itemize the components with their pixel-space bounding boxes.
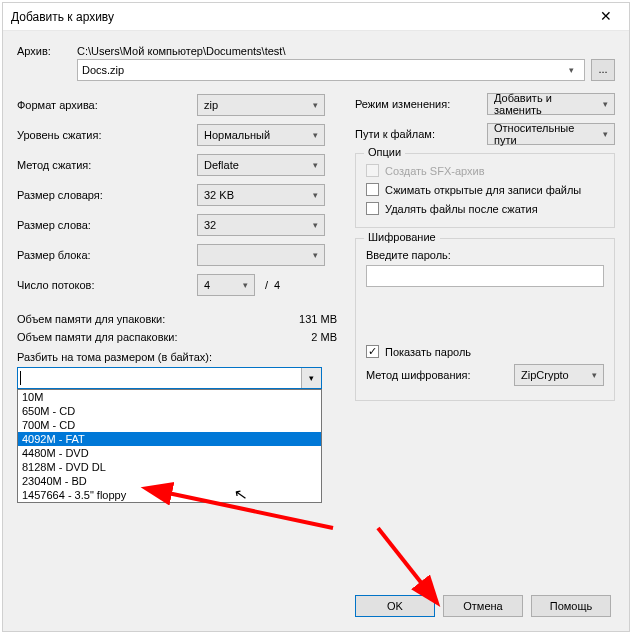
split-option[interactable]: 700M - CD <box>18 418 321 432</box>
mem-unpack-label: Объем памяти для распаковки: <box>17 331 178 343</box>
method-combo[interactable]: Deflate▾ <box>197 154 325 176</box>
help-button[interactable]: Помощь <box>531 595 611 617</box>
ok-button[interactable]: OK <box>355 595 435 617</box>
archive-file-combo[interactable]: Docs.zip ▾ <box>77 59 585 81</box>
show-password-checkbox[interactable]: ✓ <box>366 345 379 358</box>
split-dropdown-list[interactable]: 10M650M - CD700M - CD4092M - FAT4480M - … <box>17 389 322 503</box>
archive-file-value: Docs.zip <box>82 64 124 76</box>
chevron-down-icon: ▾ <box>585 370 603 380</box>
mem-unpack-value: 2 MB <box>311 331 337 343</box>
chevron-down-icon[interactable]: ▾ <box>301 368 321 388</box>
level-combo[interactable]: Нормальный▾ <box>197 124 325 146</box>
archive-path: C:\Users\Мой компьютер\Documents\test\ <box>77 45 615 57</box>
paths-label: Пути к файлам: <box>355 128 435 140</box>
enc-method-label: Метод шифрования: <box>366 369 471 381</box>
chevron-down-icon: ▾ <box>597 129 614 139</box>
options-title: Опции <box>364 146 405 158</box>
method-label: Метод сжатия: <box>17 159 197 171</box>
slash-char: / <box>265 279 268 291</box>
chevron-down-icon: ▾ <box>562 65 580 75</box>
chevron-down-icon: ▾ <box>306 250 324 260</box>
chevron-down-icon: ▾ <box>236 280 254 290</box>
split-label: Разбить на тома размером (в байтах): <box>17 351 337 363</box>
password-label: Введите пароль: <box>366 249 604 261</box>
format-label: Формат архива: <box>17 99 197 111</box>
threads-label: Число потоков: <box>17 279 197 291</box>
chevron-down-icon: ▾ <box>597 99 614 109</box>
mem-pack-label: Объем памяти для упаковки: <box>17 313 165 325</box>
compress-open-checkbox[interactable] <box>366 183 379 196</box>
options-group: Опции Создать SFX-архив Сжимать открытые… <box>355 153 615 228</box>
threads-combo[interactable]: 4▾ <box>197 274 255 296</box>
browse-button[interactable]: ... <box>591 59 615 81</box>
word-label: Размер слова: <box>17 219 197 231</box>
archive-label: Архив: <box>17 45 77 57</box>
split-option[interactable]: 4092M - FAT <box>18 432 321 446</box>
sfx-label: Создать SFX-архив <box>385 165 485 177</box>
mem-pack-value: 131 MB <box>299 313 337 325</box>
level-label: Уровень сжатия: <box>17 129 197 141</box>
dialog-window: Добавить к архиву ✕ Архив: C:\Users\Мой … <box>2 2 630 632</box>
mode-label: Режим изменения: <box>355 98 450 110</box>
sfx-checkbox <box>366 164 379 177</box>
titlebar: Добавить к архиву ✕ <box>3 3 629 31</box>
delete-after-checkbox[interactable] <box>366 202 379 215</box>
split-option[interactable]: 23040M - BD <box>18 474 321 488</box>
compress-open-label: Сжимать открытые для записи файлы <box>385 184 581 196</box>
annotation-arrow-icon <box>373 523 453 605</box>
split-option[interactable]: 650M - CD <box>18 404 321 418</box>
split-combo[interactable]: ▾ <box>17 367 322 389</box>
chevron-down-icon: ▾ <box>306 190 324 200</box>
word-combo[interactable]: 32▾ <box>197 214 325 236</box>
block-label: Размер блока: <box>17 249 197 261</box>
window-title: Добавить к архиву <box>11 10 114 24</box>
split-option[interactable]: 8128M - DVD DL <box>18 460 321 474</box>
encryption-title: Шифрование <box>364 231 440 243</box>
chevron-down-icon: ▾ <box>306 100 324 110</box>
password-input[interactable] <box>366 265 604 287</box>
block-combo[interactable]: ▾ <box>197 244 325 266</box>
format-combo[interactable]: zip▾ <box>197 94 325 116</box>
chevron-down-icon: ▾ <box>306 160 324 170</box>
paths-combo[interactable]: Относительные пути▾ <box>487 123 615 145</box>
dict-combo[interactable]: 32 KB▾ <box>197 184 325 206</box>
threads-max: 4 <box>274 279 280 291</box>
chevron-down-icon: ▾ <box>306 130 324 140</box>
close-icon[interactable]: ✕ <box>589 6 623 28</box>
show-password-label: Показать пароль <box>385 346 471 358</box>
text-cursor <box>20 371 21 385</box>
enc-method-combo[interactable]: ZipCrypto▾ <box>514 364 604 386</box>
mode-combo[interactable]: Добавить и заменить▾ <box>487 93 615 115</box>
delete-after-label: Удалять файлы после сжатия <box>385 203 538 215</box>
dict-label: Размер словаря: <box>17 189 197 201</box>
split-option[interactable]: 1457664 - 3.5" floppy <box>18 488 321 502</box>
chevron-down-icon: ▾ <box>306 220 324 230</box>
cancel-button[interactable]: Отмена <box>443 595 523 617</box>
encryption-group: Шифрование Введите пароль: ✓ Показать па… <box>355 238 615 401</box>
svg-line-1 <box>378 528 423 585</box>
split-option[interactable]: 10M <box>18 390 321 404</box>
split-option[interactable]: 4480M - DVD <box>18 446 321 460</box>
